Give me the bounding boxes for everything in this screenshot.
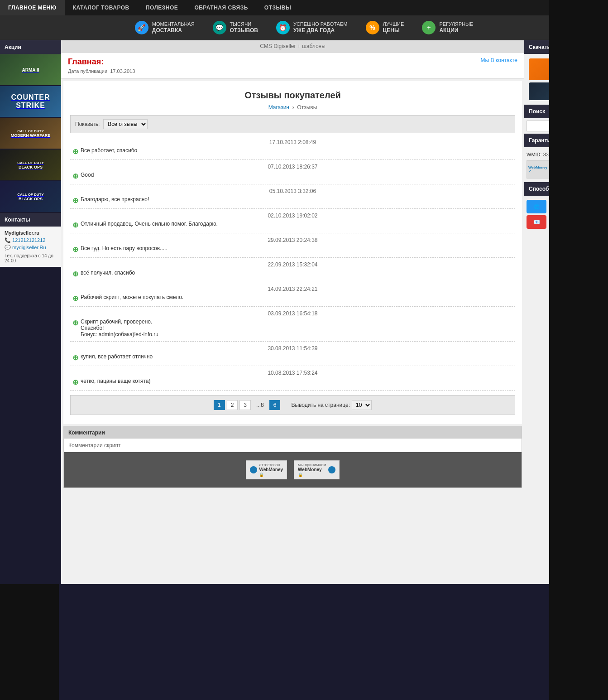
- review-item: 07.10.2013 18:26:37 ⊕ Good: [70, 160, 515, 184]
- review-item: 03.09.2013 16:54:18 ⊕ Скрипт рабочий, пр…: [70, 307, 515, 342]
- plus-icon: ⊕: [72, 378, 78, 386]
- prices-icon: %: [366, 21, 379, 34]
- filter-row: Показать: Все отзывы: [70, 115, 515, 133]
- contacts-body: Mydigiseller.ru 📞 121212121212 💬 mydigis…: [0, 227, 61, 267]
- reviews-icon: 💬: [213, 21, 226, 34]
- payment-at[interactable]: @: [580, 215, 600, 229]
- payment-globe[interactable]: 🌐: [527, 200, 546, 213]
- nav-feedback[interactable]: ОБРАТНАЯ СВЯЗЬ: [186, 0, 256, 15]
- banner-prices: % ЛУЧШИЕ ЦЕНЫ: [366, 21, 404, 34]
- game-cs[interactable]: COUNTER STRIKE: [0, 86, 61, 118]
- skype-link[interactable]: 💬 mydigiseller.Ru: [5, 245, 46, 250]
- plus-icon: ⊕: [72, 319, 78, 327]
- cms-bar: CMS Digiseller + шаблоны: [61, 40, 524, 53]
- review-item: 14.09.2013 22:24:21 ⊕ Рабочий скрипт, мо…: [70, 282, 515, 307]
- page-header: Главная: Дата публикации: 17.03.2013 Мы …: [61, 53, 524, 79]
- origin-label: Origin: [563, 65, 584, 73]
- page-1-btn[interactable]: 1: [214, 400, 225, 410]
- per-page-label: Выводить на странице:: [291, 402, 350, 408]
- delivery-icon: 🚀: [135, 21, 148, 34]
- steam-button[interactable]: ⚙ STEAM: [529, 82, 603, 100]
- right-sidebar: Скачать дистрибуты 🔥 Origin ⚙ STEAM Поис…: [524, 40, 608, 584]
- review-item: 22.09.2013 15:32:04 ⊕ всё получил, спаси…: [70, 258, 515, 282]
- page-6-btn[interactable]: 6: [269, 400, 281, 410]
- review-item: 30.08.2013 11:54:39 ⊕ купил, все работае…: [70, 342, 515, 366]
- vk-link[interactable]: Мы В контакте: [481, 57, 517, 63]
- search-section: 🔍: [524, 118, 608, 134]
- breadcrumb-reviews: Отзывы: [297, 104, 317, 111]
- plus-icon: ⊕: [72, 172, 78, 180]
- review-item: 05.10.2013 3:32:06 ⊕ Благодарю, все прек…: [70, 184, 515, 209]
- page-title: Главная:: [68, 57, 135, 67]
- payment-mts[interactable]: МТС: [580, 200, 600, 213]
- review-item: 29.09.2013 20:24:38 ⊕ Все гуд. Но есть п…: [70, 233, 515, 258]
- comments-section: Комментарии Комментарии скрипт аттестова…: [63, 426, 522, 488]
- reviews-title: Отзывы покупателей: [70, 86, 515, 103]
- per-page-select[interactable]: 10: [352, 400, 372, 410]
- game-arma[interactable]: ARMA II: [0, 54, 61, 86]
- experience-icon: ⏰: [276, 21, 290, 34]
- banner-reviews: 💬 ТЫСЯЧИ ОТЗЫВОВ: [213, 21, 258, 34]
- wm-attestation: аттестован WebMoney 🔒: [246, 460, 287, 479]
- payment-icons: 🌐 Q МТС 📧 A @: [527, 198, 606, 231]
- banner-row: 🚀 МОМЕНТАЛЬНАЯ ДОСТАВКА 💬 ТЫСЯЧИ ОТЗЫВОВ…: [0, 15, 608, 40]
- wmid-row: WMID: 333333333333 up…: [527, 150, 606, 159]
- wm-footer: аттестован WebMoney 🔒 мы принимаем WebMo…: [68, 457, 517, 483]
- wm-accepts: мы принимаем WebMoney 🔒: [294, 460, 339, 479]
- up-badge: up…: [578, 151, 591, 158]
- guarantee-section-title: Гарантии магазина: [524, 134, 608, 147]
- nav-home[interactable]: ГЛАВНОЕ МЕНЮ: [0, 0, 65, 15]
- reviews-container: Отзывы покупателей Магазин › Отзывы Пока…: [63, 81, 522, 424]
- payment-email[interactable]: 📧: [527, 215, 546, 229]
- plus-icon: ⊕: [72, 221, 78, 229]
- main-content: CMS Digiseller + шаблоны Главная: Дата п…: [61, 40, 524, 584]
- comments-footer: аттестован WebMoney 🔒 мы принимаем WebMo…: [64, 452, 522, 488]
- breadcrumb-shop[interactable]: Магазин: [268, 104, 289, 111]
- plus-icon: ⊕: [72, 294, 78, 303]
- site-name: Mydigiseller.ru: [5, 230, 57, 236]
- left-sidebar: Акции ARMA II COUNTER STRIKE CALL OF DUT…: [0, 40, 61, 584]
- pagination: 1 2 3 ...8 6 Выводить на странице: 10: [70, 395, 515, 415]
- download-section-title: Скачать дистрибуты: [524, 40, 608, 54]
- steam-label: STEAM: [560, 88, 582, 95]
- wm-icon-2: [328, 466, 335, 473]
- payment-alpha[interactable]: A: [554, 215, 574, 229]
- contacts-section: Контакты Mydigiseller.ru 📞 121212121212 …: [0, 213, 61, 267]
- reviews-list: 17.10.2013 2:08:49 ⊕ Все работает, спаси…: [70, 135, 515, 391]
- page-date: Дата публикации: 17.03.2013: [68, 68, 135, 74]
- game-mw[interactable]: CALL OF DUTY MODERN WARFARE: [0, 118, 61, 150]
- breadcrumb: Магазин › Отзывы: [70, 103, 515, 115]
- comments-title: Комментарии: [64, 427, 522, 439]
- page-ellipsis: ...8: [253, 401, 268, 410]
- plus-icon: ⊕: [72, 147, 78, 156]
- filter-select[interactable]: Все отзывы: [103, 119, 148, 129]
- contacts-title: Контакты: [0, 213, 61, 227]
- search-section-title: Поиск: [524, 105, 608, 118]
- search-input[interactable]: [527, 121, 601, 131]
- plus-icon: ⊕: [72, 196, 78, 205]
- phone-link[interactable]: 📞 121212121212: [5, 237, 45, 243]
- game-cod-bo2[interactable]: CALL OF DUTY BLACK OPS: [0, 181, 61, 213]
- banner-promotions: + РЕГУЛЯРНЫЕ АКЦИИ: [422, 21, 473, 34]
- review-item: 02.10.2013 19:02:02 ⊕ Отличный продавец.…: [70, 209, 515, 233]
- promotions-icon: +: [422, 21, 436, 34]
- nav-catalog[interactable]: КАТАЛОГ ТОВАРОВ: [65, 0, 138, 15]
- game-cod-bo1[interactable]: CALL OF DUTY BLACK OPS: [0, 150, 61, 181]
- plus-icon: ⊕: [72, 270, 78, 278]
- payment-section-title: Способы оплаты: [524, 182, 608, 196]
- payment-qiwi[interactable]: Q: [554, 200, 574, 213]
- page-3-btn[interactable]: 3: [239, 400, 251, 410]
- nav-useful[interactable]: ПОЛЕЗНОЕ: [138, 0, 187, 15]
- filter-label: Показать:: [75, 121, 100, 127]
- guarantee-section: WMID: 333333333333 up… WebMoney✓: [524, 147, 608, 182]
- nav-reviews[interactable]: ОТЗЫВЫ: [256, 0, 299, 15]
- comments-body: Комментарии скрипт: [64, 439, 522, 452]
- webmoney-guarantee-badge: WebMoney✓: [527, 160, 549, 179]
- payment-section: 🌐 Q МТС 📧 A @: [524, 196, 608, 233]
- support-text: Тех. поддержка с 14 до 24:00: [5, 253, 57, 263]
- review-item: 10.08.2013 17:53:24 ⊕ четко, пацаны ваще…: [70, 366, 515, 391]
- search-button[interactable]: 🔍: [601, 121, 608, 131]
- plus-icon: ⊕: [72, 245, 78, 254]
- origin-button[interactable]: 🔥 Origin: [529, 58, 603, 80]
- page-2-btn[interactable]: 2: [227, 400, 238, 410]
